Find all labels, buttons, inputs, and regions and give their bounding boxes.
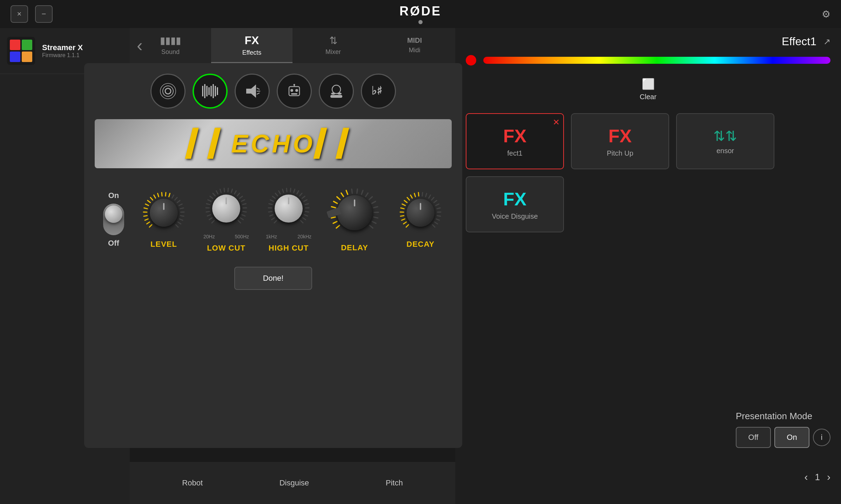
presentation-off-button[interactable]: Off	[736, 427, 771, 448]
sensor-eq-icon: ⇅⇅	[713, 128, 737, 144]
main-nav: ▮▮▮▮ Sound FX Effects ⇅ Mixer MIDI Midi	[130, 28, 455, 63]
done-button[interactable]: Done!	[234, 267, 312, 290]
svg-line-102	[331, 206, 336, 207]
svg-line-132	[429, 195, 431, 198]
effect-toggle: On Off	[103, 191, 124, 248]
fx-card-close-icon[interactable]: ✕	[553, 117, 560, 127]
disguise-btn[interactable]	[319, 74, 354, 109]
fx-list-disguise[interactable]: Disguise	[280, 478, 309, 488]
svg-line-116	[372, 221, 376, 223]
svg-point-1	[163, 86, 173, 96]
bottom-fx-list: Robot Disguise Pitch	[130, 462, 455, 504]
svg-point-23	[337, 93, 342, 95]
color-slider[interactable]	[483, 57, 830, 64]
presentation-info-button[interactable]: i	[813, 429, 830, 446]
svg-line-118	[406, 224, 409, 227]
svg-line-90	[302, 196, 305, 198]
icon-cell-4	[22, 52, 32, 62]
svg-line-87	[294, 189, 295, 193]
settings-icon[interactable]: ⚙	[822, 8, 830, 20]
svg-line-91	[304, 200, 307, 201]
high-cut-freq-high: 20kHz	[297, 234, 311, 239]
sound-icon: ▮▮▮▮	[160, 35, 181, 46]
svg-line-138	[437, 216, 440, 216]
low-cut-freq-labels: 20Hz 500Hz	[203, 234, 249, 239]
device-icon	[7, 37, 35, 65]
fx-list-robot[interactable]: Robot	[182, 478, 203, 488]
low-cut-knob-body[interactable]	[212, 195, 240, 223]
fx-card-effect1[interactable]: ✕ FX fect1	[466, 113, 564, 169]
window-controls: × −	[11, 5, 53, 23]
svg-line-52	[207, 215, 210, 216]
high-cut-knob-body[interactable]	[275, 195, 303, 223]
tab-midi[interactable]: MIDI Midi	[374, 28, 455, 63]
svg-line-81	[273, 196, 275, 198]
back-button[interactable]: ‹	[130, 28, 150, 62]
svg-line-130	[422, 192, 423, 196]
fx-card-pitch-up[interactable]: FX Pitch Up	[571, 113, 669, 169]
svg-line-72	[240, 218, 243, 219]
svg-line-88	[297, 191, 299, 194]
svg-line-32	[146, 204, 149, 205]
color-dot	[466, 55, 476, 66]
effects-panel: ♭♯ ▎▎ECHO▎▎ On Off (functio	[84, 63, 462, 448]
clear-button[interactable]: ⬜ Clear	[455, 73, 841, 106]
titlebar: × − RØDE ⚙	[0, 0, 841, 28]
svg-line-48	[178, 222, 181, 224]
fx-card-sensor[interactable]: ⇅⇅ ensor	[676, 113, 774, 169]
svg-line-33	[148, 200, 150, 202]
svg-line-66	[240, 196, 242, 198]
decay-knob-body[interactable]	[406, 199, 435, 227]
decay-knob-control: (function(){ var svg = document.getEleme…	[398, 190, 443, 249]
pagination-prev[interactable]: ‹	[805, 471, 808, 483]
svg-line-103	[334, 201, 337, 203]
pitch-btn[interactable]: ♭♯	[361, 74, 396, 109]
svg-line-50	[212, 220, 214, 223]
tab-mixer[interactable]: ⇅ Mixer	[292, 28, 374, 63]
svg-line-46	[180, 216, 184, 216]
megaphone-btn[interactable]	[235, 74, 270, 109]
level-label: LEVEL	[150, 240, 177, 249]
mixer-label: Mixer	[325, 48, 341, 56]
eraser-icon: ⬜	[642, 78, 655, 90]
robot-btn[interactable]	[277, 74, 312, 109]
fx-card-letter-effect1: FX	[503, 125, 526, 147]
svg-line-127	[411, 195, 412, 198]
svg-line-28	[145, 219, 148, 220]
pagination-next[interactable]: ›	[827, 471, 830, 483]
svg-line-43	[179, 204, 182, 205]
fx-list-pitch[interactable]: Pitch	[386, 478, 403, 488]
toggle-knob	[105, 205, 122, 223]
svg-line-85	[287, 188, 287, 192]
toggle-switch[interactable]	[103, 204, 124, 235]
minimize-button[interactable]: −	[35, 5, 53, 23]
tab-effects[interactable]: FX Effects	[211, 28, 292, 63]
echo-btn[interactable]	[193, 74, 228, 109]
high-cut-knob-wrapper: (function(){ var svg = document.getEleme…	[266, 186, 311, 231]
svg-rect-18	[291, 93, 297, 95]
svg-line-77	[269, 211, 272, 212]
decay-label: DECAY	[406, 240, 435, 249]
svg-line-55	[207, 204, 210, 204]
level-knob-body[interactable]	[150, 199, 178, 227]
export-icon[interactable]: ↗	[823, 37, 830, 47]
svg-line-129	[418, 192, 419, 196]
presentation-controls: Off On i	[736, 427, 830, 448]
close-button[interactable]: ×	[11, 5, 28, 23]
svg-line-86	[290, 188, 291, 192]
fx-card-voice-disguise[interactable]: FX Voice Disguise	[466, 176, 564, 232]
presentation-on-button[interactable]: On	[774, 427, 809, 448]
effects-label: Effects	[242, 49, 262, 56]
reverb-btn[interactable]	[150, 74, 186, 109]
svg-line-80	[270, 200, 274, 201]
svg-line-51	[209, 218, 212, 219]
svg-line-104	[337, 197, 340, 199]
svg-line-140	[435, 222, 437, 224]
delay-knob-body[interactable]	[337, 195, 372, 230]
svg-line-37	[162, 192, 162, 196]
low-cut-freq-high: 500Hz	[235, 234, 249, 239]
svg-line-84	[282, 189, 283, 193]
low-cut-label: LOW CUT	[207, 244, 245, 253]
settings-area: ⚙	[822, 8, 830, 20]
pagination-current: 1	[815, 472, 820, 483]
